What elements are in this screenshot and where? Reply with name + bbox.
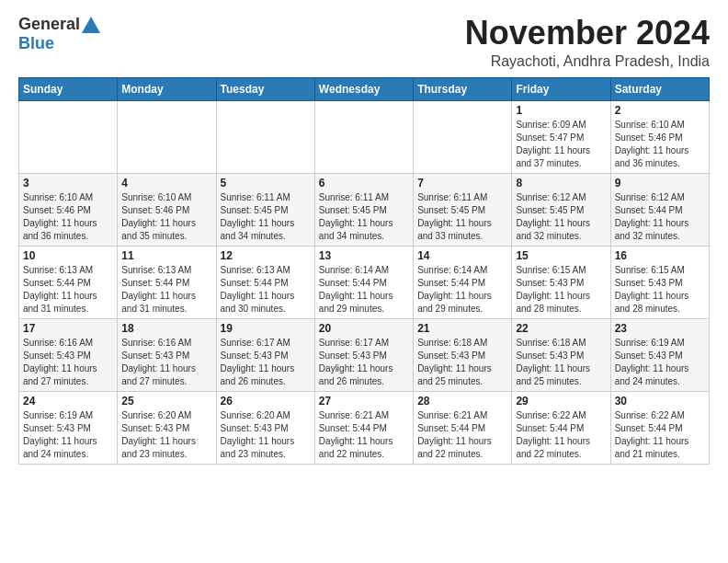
day-number: 27 (319, 395, 409, 408)
day-number: 26 (221, 395, 311, 408)
day-number: 4 (121, 177, 211, 190)
calendar-cell: 8Sunrise: 6:12 AM Sunset: 5:45 PM Daylig… (512, 173, 610, 246)
col-header-wednesday: Wednesday (314, 77, 413, 100)
calendar-cell: 13Sunrise: 6:14 AM Sunset: 5:44 PM Dayli… (314, 246, 413, 318)
calendar-title: November 2024 (465, 15, 710, 52)
day-number: 12 (221, 249, 311, 262)
day-info: Sunrise: 6:10 AM Sunset: 5:46 PM Dayligh… (615, 119, 705, 170)
calendar-cell: 16Sunrise: 6:15 AM Sunset: 5:43 PM Dayli… (610, 246, 709, 318)
calendar-cell: 25Sunrise: 6:20 AM Sunset: 5:43 PM Dayli… (118, 391, 216, 464)
day-info: Sunrise: 6:13 AM Sunset: 5:44 PM Dayligh… (23, 264, 113, 316)
calendar-week-3: 17Sunrise: 6:16 AM Sunset: 5:43 PM Dayli… (19, 318, 710, 391)
day-info: Sunrise: 6:16 AM Sunset: 5:43 PM Dayligh… (121, 337, 211, 388)
calendar-cell: 28Sunrise: 6:21 AM Sunset: 5:44 PM Dayli… (414, 391, 512, 464)
calendar-cell: 22Sunrise: 6:18 AM Sunset: 5:43 PM Dayli… (512, 318, 610, 391)
calendar-cell: 5Sunrise: 6:11 AM Sunset: 5:45 PM Daylig… (216, 173, 314, 246)
day-number: 11 (121, 249, 211, 262)
calendar-cell: 3Sunrise: 6:10 AM Sunset: 5:46 PM Daylig… (19, 173, 118, 246)
calendar-week-1: 3Sunrise: 6:10 AM Sunset: 5:46 PM Daylig… (19, 173, 710, 246)
day-number: 16 (615, 249, 705, 262)
day-info: Sunrise: 6:20 AM Sunset: 5:43 PM Dayligh… (221, 409, 311, 461)
calendar-cell (19, 100, 118, 173)
day-info: Sunrise: 6:17 AM Sunset: 5:43 PM Dayligh… (319, 337, 409, 388)
day-number: 9 (615, 177, 705, 190)
col-header-saturday: Saturday (610, 77, 709, 100)
day-number: 1 (516, 104, 606, 117)
day-number: 23 (615, 322, 705, 335)
logo: General Blue (18, 15, 100, 53)
day-info: Sunrise: 6:10 AM Sunset: 5:46 PM Dayligh… (121, 191, 211, 243)
calendar-cell: 7Sunrise: 6:11 AM Sunset: 5:45 PM Daylig… (414, 173, 512, 246)
col-header-sunday: Sunday (19, 77, 118, 100)
day-number: 8 (516, 177, 606, 190)
day-info: Sunrise: 6:18 AM Sunset: 5:43 PM Dayligh… (417, 337, 507, 388)
day-info: Sunrise: 6:16 AM Sunset: 5:43 PM Dayligh… (23, 337, 113, 388)
day-number: 7 (417, 177, 507, 190)
day-number: 29 (516, 395, 606, 408)
calendar-location: Rayachoti, Andhra Pradesh, India (465, 53, 710, 70)
day-info: Sunrise: 6:19 AM Sunset: 5:43 PM Dayligh… (615, 337, 705, 388)
day-info: Sunrise: 6:19 AM Sunset: 5:43 PM Dayligh… (23, 409, 113, 461)
day-number: 30 (615, 395, 705, 408)
page: General Blue November 2024 Rayachoti, An… (0, 0, 728, 474)
calendar-cell: 12Sunrise: 6:13 AM Sunset: 5:44 PM Dayli… (216, 246, 314, 318)
calendar-cell: 4Sunrise: 6:10 AM Sunset: 5:46 PM Daylig… (118, 173, 216, 246)
day-info: Sunrise: 6:11 AM Sunset: 5:45 PM Dayligh… (221, 191, 311, 243)
day-number: 17 (23, 322, 113, 335)
day-number: 25 (121, 395, 211, 408)
day-info: Sunrise: 6:11 AM Sunset: 5:45 PM Dayligh… (319, 191, 409, 243)
logo-general-text: General (18, 15, 80, 34)
calendar-table: SundayMondayTuesdayWednesdayThursdayFrid… (18, 77, 710, 465)
header: General Blue November 2024 Rayachoti, An… (18, 15, 710, 70)
day-info: Sunrise: 6:18 AM Sunset: 5:43 PM Dayligh… (516, 337, 606, 388)
day-number: 2 (615, 104, 705, 117)
calendar-cell: 23Sunrise: 6:19 AM Sunset: 5:43 PM Dayli… (610, 318, 709, 391)
day-number: 18 (121, 322, 211, 335)
calendar-cell: 20Sunrise: 6:17 AM Sunset: 5:43 PM Dayli… (314, 318, 413, 391)
day-info: Sunrise: 6:22 AM Sunset: 5:44 PM Dayligh… (615, 409, 705, 461)
calendar-cell: 15Sunrise: 6:15 AM Sunset: 5:43 PM Dayli… (512, 246, 610, 318)
day-number: 24 (23, 395, 113, 408)
calendar-week-2: 10Sunrise: 6:13 AM Sunset: 5:44 PM Dayli… (19, 246, 710, 318)
day-info: Sunrise: 6:11 AM Sunset: 5:45 PM Dayligh… (417, 191, 507, 243)
calendar-cell: 6Sunrise: 6:11 AM Sunset: 5:45 PM Daylig… (314, 173, 413, 246)
logo-triangle-icon (82, 17, 100, 33)
day-info: Sunrise: 6:15 AM Sunset: 5:43 PM Dayligh… (615, 264, 705, 316)
calendar-cell (216, 100, 314, 173)
calendar-cell (414, 100, 512, 173)
calendar-week-4: 24Sunrise: 6:19 AM Sunset: 5:43 PM Dayli… (19, 391, 710, 464)
day-number: 19 (221, 322, 311, 335)
day-info: Sunrise: 6:10 AM Sunset: 5:46 PM Dayligh… (23, 191, 113, 243)
calendar-header-row: SundayMondayTuesdayWednesdayThursdayFrid… (19, 77, 710, 100)
calendar-cell: 26Sunrise: 6:20 AM Sunset: 5:43 PM Dayli… (216, 391, 314, 464)
col-header-thursday: Thursday (414, 77, 512, 100)
calendar-cell: 29Sunrise: 6:22 AM Sunset: 5:44 PM Dayli… (512, 391, 610, 464)
calendar-cell: 9Sunrise: 6:12 AM Sunset: 5:44 PM Daylig… (610, 173, 709, 246)
day-number: 22 (516, 322, 606, 335)
day-info: Sunrise: 6:22 AM Sunset: 5:44 PM Dayligh… (516, 409, 606, 461)
col-header-friday: Friday (512, 77, 610, 100)
day-number: 14 (417, 249, 507, 262)
calendar-cell (118, 100, 216, 173)
day-info: Sunrise: 6:15 AM Sunset: 5:43 PM Dayligh… (516, 264, 606, 316)
calendar-cell: 24Sunrise: 6:19 AM Sunset: 5:43 PM Dayli… (19, 391, 118, 464)
day-info: Sunrise: 6:12 AM Sunset: 5:44 PM Dayligh… (615, 191, 705, 243)
day-info: Sunrise: 6:21 AM Sunset: 5:44 PM Dayligh… (319, 409, 409, 461)
calendar-cell: 19Sunrise: 6:17 AM Sunset: 5:43 PM Dayli… (216, 318, 314, 391)
calendar-cell: 14Sunrise: 6:14 AM Sunset: 5:44 PM Dayli… (414, 246, 512, 318)
calendar-cell: 2Sunrise: 6:10 AM Sunset: 5:46 PM Daylig… (610, 100, 709, 173)
day-number: 15 (516, 249, 606, 262)
day-number: 28 (417, 395, 507, 408)
day-info: Sunrise: 6:12 AM Sunset: 5:45 PM Dayligh… (516, 191, 606, 243)
calendar-cell: 18Sunrise: 6:16 AM Sunset: 5:43 PM Dayli… (118, 318, 216, 391)
day-info: Sunrise: 6:17 AM Sunset: 5:43 PM Dayligh… (221, 337, 311, 388)
calendar-week-0: 1Sunrise: 6:09 AM Sunset: 5:47 PM Daylig… (19, 100, 710, 173)
day-info: Sunrise: 6:13 AM Sunset: 5:44 PM Dayligh… (221, 264, 311, 316)
calendar-cell (314, 100, 413, 173)
day-number: 6 (319, 177, 409, 190)
day-info: Sunrise: 6:21 AM Sunset: 5:44 PM Dayligh… (417, 409, 507, 461)
day-info: Sunrise: 6:13 AM Sunset: 5:44 PM Dayligh… (121, 264, 211, 316)
day-number: 21 (417, 322, 507, 335)
day-number: 10 (23, 249, 113, 262)
col-header-tuesday: Tuesday (216, 77, 314, 100)
